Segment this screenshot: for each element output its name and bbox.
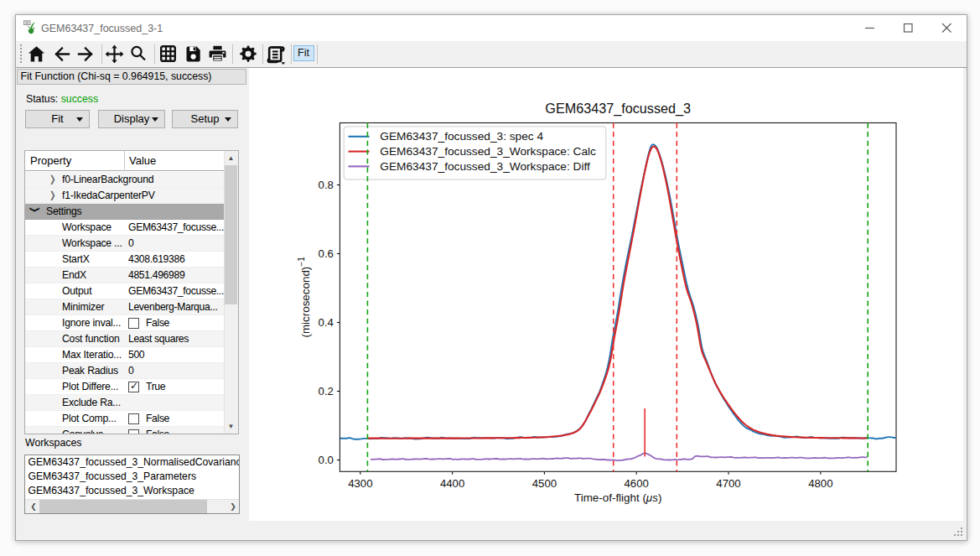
svg-text:4300: 4300 <box>348 477 372 490</box>
svg-text:GEM63437_focussed_3: GEM63437_focussed_3 <box>545 101 691 117</box>
svg-text:(microsecond)−1: (microsecond)−1 <box>297 257 312 338</box>
svg-text:GEM63437_focussed_3_Workspace:: GEM63437_focussed_3_Workspace: Diff <box>380 160 590 173</box>
svg-text:0.8: 0.8 <box>319 179 334 191</box>
svg-text:0.4: 0.4 <box>319 316 334 329</box>
svg-text:GEM63437_focussed_3_Workspace:: GEM63437_focussed_3_Workspace: Calc <box>380 145 596 158</box>
svg-text:4500: 4500 <box>532 477 557 490</box>
svg-text:0.0: 0.0 <box>319 454 334 466</box>
svg-text:4400: 4400 <box>440 477 464 490</box>
svg-text:4700: 4700 <box>716 477 740 490</box>
svg-text:0.2: 0.2 <box>319 385 334 398</box>
svg-text:4800: 4800 <box>808 477 832 490</box>
svg-text:Time-of-flight (μs): Time-of-flight (μs) <box>574 491 661 504</box>
svg-text:4600: 4600 <box>625 477 649 490</box>
svg-text:GEM63437_focussed_3: spec 4: GEM63437_focussed_3: spec 4 <box>380 130 543 143</box>
svg-text:0.6: 0.6 <box>319 247 334 260</box>
